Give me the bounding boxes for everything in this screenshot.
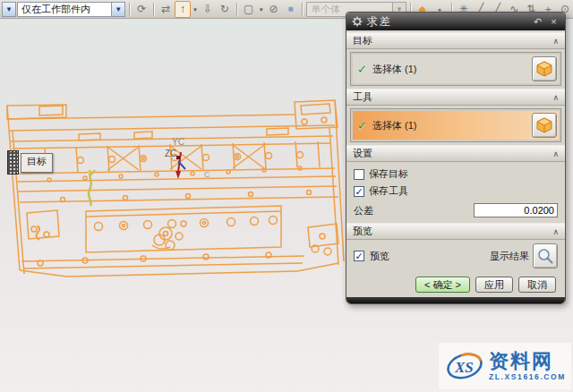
keep-target-checkbox[interactable] xyxy=(354,169,364,180)
tool-select-label: 选择体 (1) xyxy=(372,119,417,132)
no-selection-icon[interactable]: ⊘ xyxy=(266,2,282,17)
dialog-title-bar[interactable]: 求差 ↶ × xyxy=(346,13,565,30)
reset-icon[interactable]: ↶ xyxy=(532,16,543,28)
collapse-icon[interactable]: ∧ xyxy=(552,227,559,236)
target-select-label: 选择体 (1) xyxy=(372,63,417,76)
chevron-down-icon[interactable]: ▼ xyxy=(111,3,124,16)
watermark-site-url: ZL.XS1616.COM xyxy=(489,373,566,381)
select-body-button[interactable] xyxy=(532,113,557,138)
toolbar-dropdown-button[interactable]: ▼ xyxy=(2,2,16,17)
mold-wireframe-lines xyxy=(7,100,344,277)
dialog-bottom-grip[interactable] xyxy=(346,297,565,303)
dialog-title: 求差 xyxy=(367,14,527,30)
section-tool-header[interactable]: 工具 ∧ xyxy=(346,89,565,106)
gear-icon xyxy=(352,16,363,27)
selection-scope-value: 仅在工作部件内 xyxy=(18,3,111,16)
keep-tool-checkbox[interactable]: ✓ xyxy=(354,186,364,197)
keep-target-row: 保存目标 xyxy=(346,166,565,183)
check-icon: ✓ xyxy=(357,119,367,132)
snap-move-icon[interactable]: ⇩ xyxy=(200,2,216,17)
chevron-down-icon[interactable]: ▾ xyxy=(258,2,265,17)
tool-select-row[interactable]: ✓ 选择体 (1) xyxy=(353,111,559,140)
selection-scope-combo[interactable]: 仅在工作部件内 ▼ xyxy=(17,2,125,17)
dialog-buttons: < 确定 > 应用 取消 xyxy=(346,271,565,293)
tolerance-label: 公差 xyxy=(354,204,373,217)
preview-row: ✓ 预览 显示结果 xyxy=(346,240,565,271)
show-result-button[interactable] xyxy=(533,243,558,268)
chevron-down-icon[interactable]: ▾ xyxy=(192,2,199,17)
show-result-label: 显示结果 xyxy=(490,250,529,263)
select-body-button[interactable] xyxy=(532,56,557,81)
toolbar-separator xyxy=(236,3,237,16)
target-tooltip: 目标 xyxy=(7,150,53,175)
solid-body-icon[interactable]: ■ xyxy=(283,2,299,17)
refresh-icon[interactable]: ⟳ xyxy=(133,2,150,17)
watermark: XS 资料网 ZL.XS1616.COM xyxy=(439,343,571,389)
wireframe-model[interactable]: YC ZC C xyxy=(0,95,349,296)
rotate-view-icon[interactable]: ↻ xyxy=(217,2,233,17)
tolerance-input[interactable] xyxy=(474,203,558,217)
keep-target-label: 保存目标 xyxy=(369,167,408,181)
watermark-site-name: 资料网 xyxy=(489,352,566,371)
collapse-icon[interactable]: ∧ xyxy=(552,93,559,102)
toolbar-separator xyxy=(302,3,303,16)
section-tool-label: 工具 xyxy=(353,90,372,104)
toolbar-separator xyxy=(153,3,154,16)
target-select-row[interactable]: ✓ 选择体 (1) xyxy=(353,55,559,83)
section-target-header[interactable]: 目标 ∧ xyxy=(346,32,565,49)
xs-logo-icon: XS xyxy=(444,345,485,387)
yc-axis-label: YC xyxy=(172,137,184,147)
toolbar-separator xyxy=(129,3,130,16)
magnifier-icon xyxy=(536,247,554,265)
cube-icon xyxy=(535,60,553,78)
orient-up-icon[interactable]: ↑ xyxy=(175,1,191,18)
target-select-list: ✓ 选择体 (1) xyxy=(350,52,561,86)
tooltip-grip-icon[interactable] xyxy=(7,150,19,175)
section-settings-header[interactable]: 设置 ∧ xyxy=(346,145,565,162)
apply-button[interactable]: 应用 xyxy=(475,277,513,293)
rectangle-select-icon[interactable]: ▢ xyxy=(241,2,257,17)
close-icon[interactable]: × xyxy=(548,16,560,27)
collapse-icon[interactable]: ∧ xyxy=(552,37,559,46)
section-settings-label: 设置 xyxy=(353,147,372,160)
logo-text: XS xyxy=(454,359,474,376)
section-preview-label: 预览 xyxy=(353,225,372,238)
app-window: ▼ 仅在工作部件内 ▼ ⟳ ⇄ ↑ ▾ ⇩ ↻ ▢ ▾ ⊘ ■ 单个体 ▼ ◆ … xyxy=(0,0,573,392)
ok-button[interactable]: < 确定 > xyxy=(415,277,470,293)
move-object-icon[interactable]: ⇄ xyxy=(158,2,174,17)
zc-axis-label: ZC xyxy=(165,149,176,158)
section-preview-header[interactable]: 预览 ∧ xyxy=(346,223,565,240)
preview-label: 预览 xyxy=(370,250,389,263)
section-target-label: 目标 xyxy=(353,34,372,47)
tooltip-label: 目标 xyxy=(21,153,53,173)
cube-icon xyxy=(535,116,553,134)
check-icon: ✓ xyxy=(357,63,367,76)
subtract-dialog: 求差 ↶ × 目标 ∧ ✓ 选择体 (1) xyxy=(346,12,566,304)
tolerance-row: 公差 xyxy=(346,200,565,223)
tool-select-list: ✓ 选择体 (1) xyxy=(350,108,561,142)
keep-tool-label: 保存工具 xyxy=(369,184,408,198)
collapse-icon[interactable]: ∧ xyxy=(552,149,559,158)
preview-checkbox[interactable]: ✓ xyxy=(354,251,364,261)
keep-tool-row: ✓ 保存工具 xyxy=(346,183,565,200)
cancel-button[interactable]: 取消 xyxy=(518,277,556,293)
xc-axis-label: C xyxy=(204,170,210,179)
